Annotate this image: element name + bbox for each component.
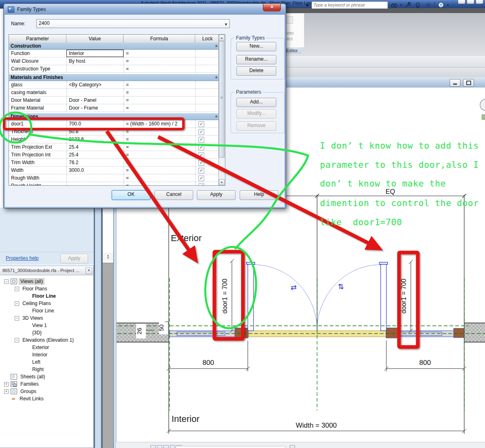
param-value-cell[interactable]: 3000.0 [66,167,123,174]
help-options-caret-icon[interactable]: ▾ [447,3,449,7]
dialog-title-bar[interactable]: Family Types [4,4,285,15]
param-row-glass[interactable]: glass<By Category>= [9,81,220,89]
favorites-star-icon[interactable]: ☆ [424,1,432,9]
help-icon[interactable]: ? [437,1,445,9]
param-formula-cell[interactable]: = [123,128,195,135]
collapse-chevron-icon[interactable]: » [214,76,218,79]
section-header-construction[interactable]: Construction» [9,43,220,50]
param-formula-cell[interactable]: = [123,50,195,57]
param-formula-cell[interactable]: = [123,174,195,182]
expand-toggle-icon[interactable]: − [15,301,19,306]
search-binoculars-icon[interactable] [390,1,398,9]
dim-800-left[interactable] [167,340,250,371]
param-value-cell[interactable]: 25.4 [66,143,123,151]
lock-checkbox[interactable]: ✓ [198,121,204,127]
param-value-cell[interactable]: 2133.6 [66,136,123,143]
param-formula-cell[interactable]: = [123,167,195,174]
minimize-window-button[interactable] [458,0,465,4]
tree-item-groups[interactable]: +Groups [0,388,93,395]
detail-level-icon[interactable] [157,445,162,448]
param-formula-cell[interactable]: = [123,89,195,96]
param-row-door-material[interactable]: Door MaterialDoor - Panel= [9,97,220,104]
type-name-combobox[interactable]: 2400 ▼ [36,19,230,28]
cancel-button[interactable]: Cancel [154,190,193,200]
header-formula[interactable]: Formula [123,35,195,43]
scroll-down-icon[interactable]: ▼ [219,179,225,185]
param-value-cell[interactable]: <By Category> [66,81,123,88]
header-lock[interactable]: Lock [195,35,220,43]
param-row-height[interactable]: Height2133.6=✓ [9,136,220,143]
param-row-door1[interactable]: door1700.0= (Width - 1600 mm) / 2✓ [9,120,220,128]
tree-item-floor-line[interactable]: Floor Line [0,292,93,300]
lock-checkbox[interactable]: ✓ [198,183,204,186]
properties-apply-button[interactable]: Apply [60,254,88,264]
param-formula-cell[interactable]: = (Width - 1600 mm) / 2 [123,120,195,127]
header-parameter[interactable]: Parameter [9,35,66,43]
view-restore-button[interactable] [463,79,474,87]
infocenter-collapse-icon[interactable]: ▶ [306,3,309,7]
restore-window-button[interactable] [467,0,474,4]
search-options-caret-icon[interactable]: ▾ [400,3,402,7]
param-formula-cell[interactable]: = [123,182,195,186]
door1-dimension-right[interactable]: door1 = 700 [400,260,413,333]
param-formula-cell[interactable]: = [123,136,195,143]
tree-item-families[interactable]: +Families [0,380,93,388]
dim-800-right[interactable] [384,340,466,371]
delete-button[interactable]: Delete [236,66,276,76]
tree-item-floor-plans[interactable]: −Floor Plans [0,285,93,292]
section-header-dimensions[interactable]: Dimensions» [9,113,220,120]
param-value-cell[interactable]: 76.2 [66,159,123,166]
param-formula-cell[interactable]: = [123,81,195,88]
project-browser-close-icon[interactable]: ✕ [86,268,92,274]
param-row-frame-material[interactable]: Frame MaterialDoor - Frame= [9,104,220,112]
param-row-wall-closure[interactable]: Wall ClosureBy host= [9,57,220,65]
tree-item-elevations-elevation-1[interactable]: −Elevations (Elevation 1) [0,336,93,344]
param-row-function[interactable]: FunctionInterior= [9,50,220,57]
view-minimize-button[interactable] [450,79,461,87]
param-formula-cell[interactable]: = [123,151,195,158]
lock-checkbox[interactable]: ✓ [198,160,204,166]
scroll-up-icon[interactable]: ▲ [219,35,225,41]
tree-item-exterior[interactable]: Exterior [0,344,93,351]
param-value-cell[interactable]: Interior [66,50,123,57]
crop-view-icon[interactable] [290,445,295,448]
lock-checkbox[interactable]: ✓ [198,145,204,150]
lock-checkbox[interactable]: ✓ [198,176,204,181]
combo-dropdown-icon[interactable]: ▼ [224,21,228,28]
tree-item-view-1[interactable]: View 1 [0,322,93,329]
tree-item-floor-line[interactable]: Floor Line [0,307,93,314]
param-row-trim-width[interactable]: Trim Width76.2=✓ [9,159,220,167]
tree-item-3d[interactable]: {3D} [0,329,93,336]
param-row-rough-width[interactable]: Rough Width=✓ [9,174,220,182]
param-formula-cell[interactable]: = [123,159,195,166]
collapse-chevron-icon[interactable]: » [214,45,218,47]
tree-item-right[interactable]: Right [0,366,93,373]
param-row-casing-materials[interactable]: casing materials= [9,89,220,97]
subscription-center-icon[interactable] [414,1,422,9]
tree-item-3d-views[interactable]: −3D Views [0,314,93,322]
param-formula-cell[interactable]: = [123,143,195,151]
param-value-cell[interactable]: 25.4 [66,151,123,158]
tree-item-views-all[interactable]: −Views (all) [0,278,93,285]
param-row-trim-projection-int[interactable]: Trim Projection Int25.4=✓ [9,151,220,159]
expand-toggle-icon[interactable]: + [4,382,9,387]
param-value-cell[interactable]: Door - Panel [66,97,123,104]
param-value-cell[interactable]: 50.8 [66,128,123,135]
lock-checkbox[interactable]: ✓ [198,129,204,135]
param-formula-cell[interactable]: = [123,65,195,72]
lock-checkbox[interactable]: ✓ [198,152,204,158]
help-button[interactable]: Help [240,190,278,200]
param-value-cell[interactable] [66,65,123,72]
scale-icon[interactable] [150,445,156,448]
param-value-cell[interactable]: Door - Frame [66,104,123,112]
navigation-bar-icon[interactable] [482,114,485,120]
flip-control-vertical-icon[interactable]: ⇅ [338,283,344,291]
properties-help-link[interactable]: Properties help [6,255,39,261]
door1-dimension-left[interactable]: door1 = 700 [221,259,234,333]
dialog-close-button[interactable]: ✕ [263,4,281,11]
modify-button[interactable]: Modify... [236,109,276,119]
table-scrollbar[interactable]: ▲ ▼ [218,35,225,185]
resize-grip-icon[interactable]: ⋰ [278,201,282,206]
collapse-chevron-icon[interactable]: » [214,115,218,118]
expand-toggle-icon[interactable]: − [15,338,19,343]
